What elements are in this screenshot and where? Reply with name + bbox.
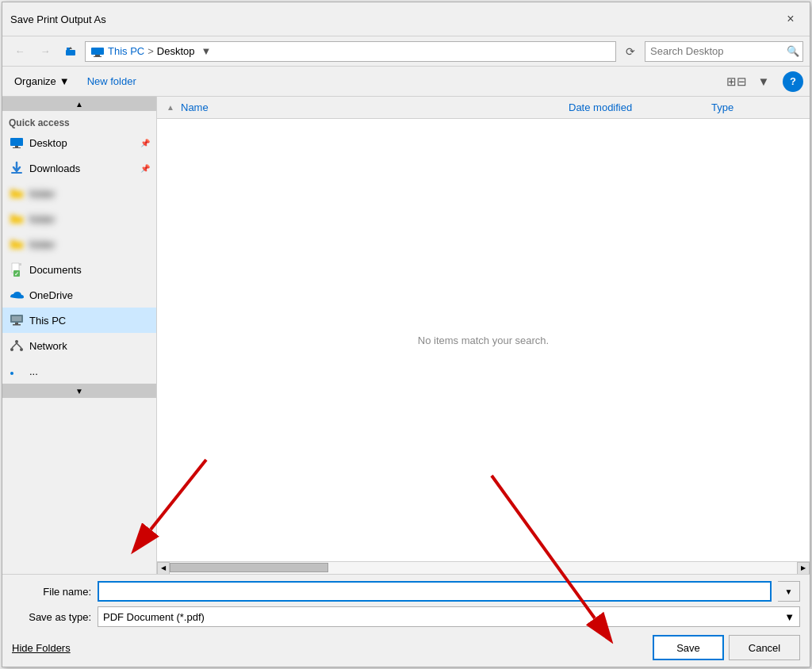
svg-line-21 bbox=[12, 343, 17, 348]
savetype-label: Save as type: bbox=[12, 611, 91, 623]
sidebar-item-more[interactable]: ... bbox=[2, 358, 156, 384]
breadcrumb-sep1: > bbox=[147, 45, 154, 57]
close-button[interactable]: × bbox=[779, 8, 802, 30]
actions-row: Hide Folders Save Cancel bbox=[12, 635, 800, 660]
save-dialog: Save Print Output As × ← → This PC > Des… bbox=[2, 2, 810, 667]
h-scroll-track[interactable] bbox=[170, 562, 797, 575]
savetype-select[interactable]: PDF Document (*.pdf) ▼ bbox=[98, 606, 800, 627]
sidebar-item-folder3-label: folder bbox=[29, 239, 56, 250]
folder1-icon bbox=[9, 185, 25, 201]
nav-toolbar: ← → This PC > Desktop ▼ ⟳ 🔍 bbox=[2, 36, 810, 67]
downloads-icon bbox=[9, 160, 25, 176]
dialog-title: Save Print Output As bbox=[10, 13, 106, 25]
svg-rect-4 bbox=[95, 55, 100, 56]
save-button[interactable]: Save bbox=[653, 635, 724, 660]
sidebar-item-downloads[interactable]: Downloads 📌 bbox=[2, 155, 156, 181]
col-header-name[interactable]: Name bbox=[178, 101, 565, 113]
savetype-value: PDF Document (*.pdf) bbox=[103, 611, 205, 623]
sidebar-item-documents[interactable]: ✓ Documents bbox=[2, 257, 156, 282]
sidebar-item-folder2-label: folder bbox=[29, 213, 56, 225]
svg-rect-1 bbox=[66, 50, 75, 55]
sidebar-item-network-label: Network bbox=[29, 340, 67, 352]
view-icon: ⊞⊟ bbox=[726, 75, 747, 89]
sidebar-item-onedrive[interactable]: OneDrive bbox=[2, 282, 156, 308]
sort-up-icon[interactable]: ▲ bbox=[163, 101, 178, 115]
sidebar-item-folder2[interactable]: folder bbox=[2, 206, 156, 231]
svg-rect-9 bbox=[11, 172, 22, 174]
breadcrumb-dropdown-icon[interactable]: ▼ bbox=[201, 45, 212, 57]
sidebar: ▲ Quick access Desktop 📌 bbox=[2, 97, 157, 574]
this-pc-small-icon bbox=[90, 46, 105, 57]
breadcrumb-desktop[interactable]: Desktop bbox=[157, 45, 195, 57]
sidebar-scroll-down[interactable]: ▼ bbox=[2, 384, 156, 398]
up-button[interactable] bbox=[59, 40, 82, 63]
h-scroll-left[interactable]: ◀ bbox=[157, 562, 170, 575]
folder2-icon bbox=[9, 211, 25, 227]
svg-point-20 bbox=[20, 348, 23, 351]
filename-input[interactable] bbox=[98, 581, 772, 602]
organize-dropdown-icon: ▼ bbox=[59, 75, 70, 87]
desktop-pin-icon: 📌 bbox=[140, 139, 150, 147]
svg-point-18 bbox=[15, 340, 18, 343]
folder3-icon bbox=[9, 236, 25, 252]
svg-point-23 bbox=[10, 372, 13, 375]
svg-line-22 bbox=[17, 343, 21, 348]
network-icon bbox=[9, 338, 25, 354]
sidebar-item-folder3[interactable]: folder bbox=[2, 231, 156, 257]
more-icon bbox=[9, 363, 25, 379]
h-scroll-thumb[interactable] bbox=[170, 563, 328, 572]
sidebar-item-network[interactable]: Network bbox=[2, 333, 156, 358]
svg-rect-5 bbox=[94, 56, 102, 57]
back-button[interactable]: ← bbox=[9, 40, 31, 63]
sidebar-item-thispc[interactable]: This PC bbox=[2, 308, 156, 333]
svg-rect-6 bbox=[10, 138, 23, 146]
sidebar-scroll-up[interactable]: ▲ bbox=[2, 97, 156, 111]
help-button[interactable]: ? bbox=[783, 71, 803, 92]
view-dropdown-button[interactable]: ▼ bbox=[751, 71, 776, 92]
search-input[interactable] bbox=[650, 45, 783, 57]
breadcrumb-bar[interactable]: This PC > Desktop ▼ bbox=[85, 41, 616, 62]
new-folder-button[interactable]: New folder bbox=[82, 73, 142, 90]
file-list-body: No items match your search. bbox=[157, 119, 810, 561]
h-scroll-right[interactable]: ▶ bbox=[797, 562, 810, 575]
svg-rect-17 bbox=[13, 324, 21, 326]
forward-button[interactable]: → bbox=[34, 40, 56, 63]
view-button[interactable]: ⊞⊟ bbox=[724, 71, 749, 92]
svg-rect-3 bbox=[91, 48, 104, 55]
svg-rect-8 bbox=[13, 147, 21, 148]
filename-label: File name: bbox=[12, 586, 91, 598]
h-scrollbar: ◀ ▶ bbox=[157, 561, 810, 574]
filename-dropdown[interactable]: ▼ bbox=[778, 581, 800, 602]
menu-bar: Organize ▼ New folder ⊞⊟ ▼ ? bbox=[2, 67, 810, 97]
sidebar-item-more-label: ... bbox=[29, 365, 38, 377]
action-buttons: Save Cancel bbox=[653, 635, 800, 660]
svg-rect-7 bbox=[15, 146, 18, 147]
organize-button[interactable]: Organize ▼ bbox=[9, 73, 75, 90]
sidebar-item-desktop[interactable]: Desktop 📌 bbox=[2, 130, 156, 155]
title-bar: Save Print Output As × bbox=[2, 2, 810, 36]
sidebar-item-onedrive-label: OneDrive bbox=[29, 289, 73, 301]
refresh-button[interactable]: ⟳ bbox=[619, 40, 642, 63]
col-header-type[interactable]: Type bbox=[708, 101, 803, 113]
sidebar-item-thispc-label: This PC bbox=[29, 315, 66, 327]
search-icon: 🔍 bbox=[787, 45, 799, 57]
svg-text:✓: ✓ bbox=[14, 271, 19, 277]
svg-point-19 bbox=[10, 348, 13, 351]
bottom-area: File name: ▼ Save as type: PDF Document … bbox=[2, 574, 810, 667]
cancel-button[interactable]: Cancel bbox=[729, 635, 800, 660]
file-list-header: ▲ Name Date modified Type bbox=[157, 97, 810, 119]
breadcrumb-thispc[interactable]: This PC bbox=[108, 45, 144, 57]
hide-folders-button[interactable]: Hide Folders bbox=[12, 642, 71, 654]
sidebar-item-folder1-label: folder bbox=[29, 188, 56, 200]
quick-access-label: Quick access bbox=[2, 111, 156, 130]
downloads-pin-icon: 📌 bbox=[140, 164, 150, 173]
documents-icon: ✓ bbox=[9, 262, 25, 277]
onedrive-icon bbox=[9, 287, 25, 303]
col-header-date[interactable]: Date modified bbox=[565, 101, 708, 113]
search-box[interactable]: 🔍 bbox=[645, 41, 803, 62]
desktop-icon bbox=[9, 135, 25, 151]
filename-row: File name: ▼ bbox=[12, 581, 800, 602]
sidebar-item-folder1[interactable]: folder bbox=[2, 181, 156, 206]
savetype-row: Save as type: PDF Document (*.pdf) ▼ bbox=[12, 606, 800, 627]
sidebar-item-downloads-label: Downloads bbox=[29, 162, 80, 174]
